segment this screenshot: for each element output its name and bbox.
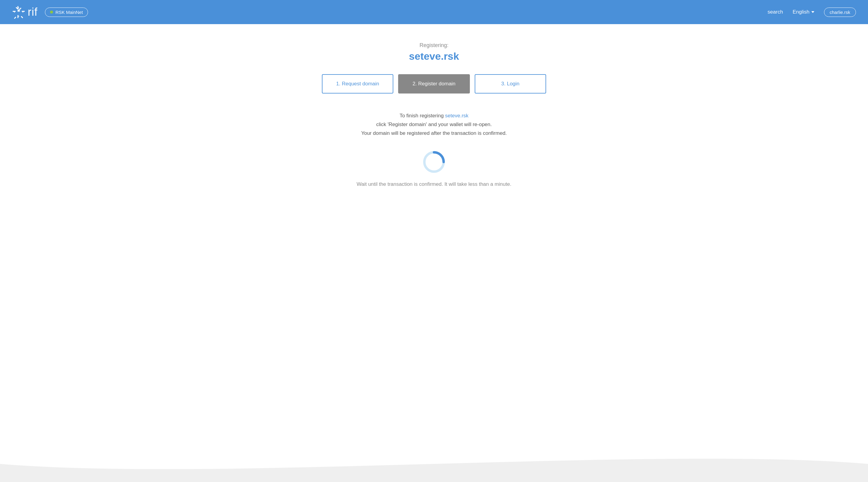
logo-text: rif <box>28 6 38 19</box>
registering-label: Registering: <box>420 42 448 49</box>
footer-wave <box>0 446 868 482</box>
spinner-container: Wait until the transaction is confirmed.… <box>356 150 511 187</box>
svg-point-11 <box>18 16 19 17</box>
loading-spinner <box>422 150 446 174</box>
network-badge[interactable]: RSK MainNet <box>45 7 88 17</box>
description-line2: click 'Register domain' and your wallet … <box>361 120 507 129</box>
language-label: English <box>793 9 809 15</box>
svg-rect-9 <box>18 10 20 11</box>
domain-title: seteve.rsk <box>409 50 459 62</box>
language-selector[interactable]: English <box>793 9 814 15</box>
network-status-dot <box>50 10 53 13</box>
svg-point-12 <box>14 11 15 13</box>
header-right: search English charlie.rsk <box>768 7 856 17</box>
steps-container: 1. Request domain 2. Register domain 3. … <box>319 74 549 93</box>
description-text: To finish registering seteve.rsk click '… <box>361 112 507 138</box>
step-3-login[interactable]: 3. Login <box>475 74 546 93</box>
rif-logo-icon <box>12 5 25 19</box>
spinner-text: Wait until the transaction is confirmed.… <box>356 181 511 187</box>
description-line3: Your domain will be registered after the… <box>361 129 507 138</box>
header: rif RSK MainNet search English charlie.r… <box>0 0 868 24</box>
svg-rect-7 <box>21 16 23 19</box>
svg-point-10 <box>18 7 19 8</box>
main-content: Registering: seteve.rsk 1. Request domai… <box>0 24 868 205</box>
user-account-button[interactable]: charlie.rsk <box>824 7 856 17</box>
description-prefix: To finish registering <box>400 113 445 118</box>
svg-point-13 <box>22 11 24 13</box>
logo: rif <box>12 5 38 19</box>
svg-rect-6 <box>14 17 16 19</box>
step-2-register-domain[interactable]: 2. Register domain <box>398 74 470 93</box>
domain-link[interactable]: seteve.rsk <box>445 113 468 118</box>
search-link[interactable]: search <box>768 9 783 15</box>
header-left: rif RSK MainNet <box>12 5 88 19</box>
description-line1: To finish registering seteve.rsk <box>361 112 507 120</box>
step-1-request-domain[interactable]: 1. Request domain <box>322 74 393 93</box>
network-label: RSK MainNet <box>56 10 83 15</box>
chevron-down-icon <box>811 11 814 13</box>
